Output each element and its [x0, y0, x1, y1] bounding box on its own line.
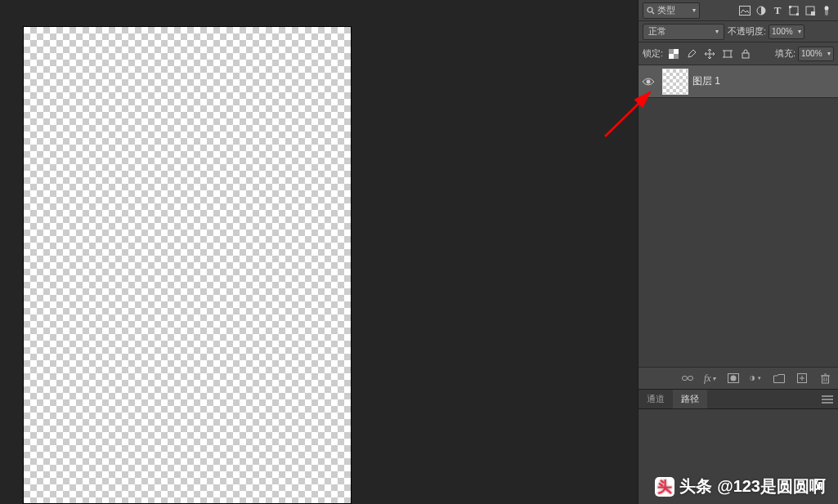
opacity-input[interactable]: 100% ▾ — [769, 25, 804, 39]
blend-mode-dropdown[interactable]: 正常 ▾ — [643, 24, 724, 40]
layer-style-icon[interactable]: fx▾ — [704, 372, 717, 385]
link-layers-icon[interactable] — [681, 372, 694, 385]
lock-row: 锁定: 填充: 100% ▾ — [639, 42, 838, 65]
panel-menu-icon[interactable] — [817, 395, 838, 404]
visibility-eye-icon[interactable] — [642, 77, 655, 87]
delete-layer-icon[interactable] — [818, 372, 831, 385]
lock-label: 锁定: — [643, 47, 663, 60]
tab-paths[interactable]: 路径 — [673, 390, 707, 408]
adjustment-layer-icon[interactable]: ▾ — [750, 372, 763, 385]
document-canvas[interactable] — [23, 26, 352, 504]
lock-transparency-icon[interactable] — [667, 47, 680, 60]
opacity-value: 100% — [772, 27, 793, 36]
smartobject-filter-icon[interactable] — [803, 3, 818, 18]
type-filter-icon[interactable]: T — [770, 3, 785, 18]
chevron-down-icon: ▾ — [827, 50, 831, 57]
svg-rect-2 — [740, 6, 751, 15]
image-filter-icon[interactable] — [737, 3, 752, 18]
fill-input[interactable]: 100% ▾ — [798, 47, 834, 61]
svg-rect-16 — [724, 51, 731, 57]
layer-filter-row: 类型 ▾ T — [639, 0, 838, 21]
layers-list: 图层 1 — [639, 65, 838, 367]
secondary-tabs: 通道 路径 — [639, 390, 838, 409]
svg-rect-12 — [669, 49, 674, 54]
layer-row[interactable]: 图层 1 — [639, 65, 838, 98]
blend-mode-value: 正常 — [648, 25, 666, 38]
filter-kind-label: 类型 — [657, 4, 675, 16]
filter-kind-dropdown[interactable]: 类型 ▾ — [643, 2, 700, 19]
layer-thumbnail[interactable] — [662, 69, 688, 95]
lock-all-icon[interactable] — [739, 47, 752, 60]
shape-filter-icon[interactable] — [786, 3, 801, 18]
layers-panel: 类型 ▾ T 正常 ▾ 不透明度: 100% ▾ 锁定: — [638, 0, 838, 504]
svg-point-26 — [731, 376, 737, 381]
svg-rect-5 — [789, 6, 791, 8]
svg-point-0 — [648, 7, 652, 12]
filter-toggle-icon[interactable] — [819, 3, 834, 18]
svg-rect-31 — [822, 376, 828, 383]
chevron-down-icon: ▾ — [692, 7, 696, 14]
opacity-label: 不透明度: — [728, 25, 766, 38]
chevron-down-icon: ▾ — [715, 28, 719, 35]
tab-channels[interactable]: 通道 — [639, 390, 673, 408]
svg-line-1 — [652, 11, 655, 14]
layer-mask-icon[interactable] — [727, 372, 740, 385]
canvas-workspace — [0, 0, 638, 504]
layers-panel-footer: fx▾ ▾ — [639, 367, 838, 390]
new-layer-icon[interactable] — [795, 372, 809, 385]
fill-value: 100% — [801, 49, 822, 58]
svg-rect-6 — [796, 13, 799, 16]
search-icon — [647, 7, 655, 15]
watermark-prefix: 头条 — [679, 475, 712, 497]
adjustment-filter-icon[interactable] — [754, 3, 769, 18]
lock-pixels-icon[interactable] — [685, 47, 698, 60]
fill-label: 填充: — [775, 47, 795, 60]
svg-point-22 — [647, 79, 651, 83]
svg-rect-21 — [742, 53, 749, 58]
watermark: 头 头条 @123是圆圆啊 — [655, 475, 826, 497]
svg-rect-13 — [674, 54, 679, 59]
svg-rect-8 — [811, 11, 815, 16]
group-icon[interactable] — [773, 372, 786, 385]
blend-mode-row: 正常 ▾ 不透明度: 100% ▾ — [639, 21, 838, 42]
chevron-down-icon: ▾ — [798, 28, 801, 35]
svg-rect-23 — [683, 377, 688, 381]
layer-name-label[interactable]: 图层 1 — [692, 74, 833, 88]
lock-position-icon[interactable] — [703, 47, 716, 60]
svg-point-10 — [825, 6, 829, 10]
watermark-logo-icon: 头 — [655, 477, 674, 497]
lock-artboard-icon[interactable] — [721, 47, 734, 60]
svg-rect-24 — [688, 377, 693, 381]
watermark-handle: @123是圆圆啊 — [717, 475, 826, 497]
